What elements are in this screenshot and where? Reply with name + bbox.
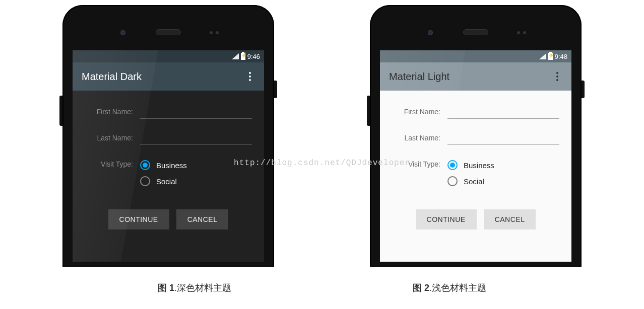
phone-light: 9:48 Material Light First Name: Last Nam… bbox=[370, 5, 582, 267]
first-name-row: First Name: bbox=[85, 105, 252, 119]
visit-type-label: Visit Type: bbox=[85, 157, 140, 168]
visit-type-radio-group: Business Social bbox=[447, 157, 559, 189]
cancel-button[interactable]: CANCEL bbox=[484, 209, 536, 229]
radio-business-label: Business bbox=[464, 161, 494, 170]
radio-business[interactable]: Business bbox=[447, 157, 559, 173]
appbar-light: Material Light bbox=[380, 62, 571, 91]
overflow-menu-icon[interactable] bbox=[245, 68, 255, 85]
overflow-menu-icon[interactable] bbox=[552, 68, 562, 85]
button-row-dark: CONTINUE CANCEL bbox=[85, 209, 252, 229]
continue-button[interactable]: CONTINUE bbox=[108, 209, 169, 229]
first-name-input[interactable] bbox=[447, 105, 559, 119]
radio-unchecked-icon bbox=[140, 176, 150, 186]
first-name-row: First Name: bbox=[392, 105, 559, 119]
captions-row: 图 1.深色材料主题 图 2.浅色材料主题 bbox=[0, 282, 644, 294]
form-light: First Name: Last Name: Visit Type: Busin… bbox=[380, 91, 571, 229]
first-name-input[interactable] bbox=[140, 105, 252, 119]
radio-social-label: Social bbox=[464, 177, 484, 186]
cancel-button[interactable]: CANCEL bbox=[176, 209, 229, 229]
signal-icon bbox=[539, 53, 546, 59]
phone-dark: 9:46 Material Dark First Name: Last Name… bbox=[62, 5, 274, 267]
statusbar-light: 9:48 bbox=[380, 50, 571, 62]
status-time: 9:46 bbox=[247, 53, 260, 60]
signal-icon bbox=[232, 53, 239, 59]
radio-social[interactable]: Social bbox=[447, 173, 559, 189]
battery-icon bbox=[548, 53, 553, 60]
last-name-row: Last Name: bbox=[85, 131, 252, 145]
battery-icon bbox=[241, 53, 245, 60]
radio-unchecked-icon bbox=[447, 176, 458, 186]
phone-top-light bbox=[375, 10, 576, 50]
camera-icon bbox=[428, 30, 433, 35]
caption-fig1-text: .深色材料主题 bbox=[174, 283, 231, 293]
last-name-input[interactable] bbox=[140, 131, 252, 145]
caption-fig2-prefix: 图 2 bbox=[413, 283, 429, 293]
appbar-title: Material Dark bbox=[82, 71, 142, 83]
screen-light: 9:48 Material Light First Name: Last Nam… bbox=[380, 50, 571, 262]
visit-type-row: Visit Type: Business Social bbox=[392, 157, 559, 189]
first-name-label: First Name: bbox=[392, 108, 447, 116]
appbar-title: Material Light bbox=[389, 71, 449, 83]
visit-type-radio-group: Business Social bbox=[140, 157, 252, 189]
first-name-label: First Name: bbox=[85, 108, 140, 116]
speaker-icon bbox=[156, 29, 181, 35]
appbar-dark: Material Dark bbox=[73, 62, 264, 91]
screen-dark: 9:46 Material Dark First Name: Last Name… bbox=[73, 50, 264, 262]
radio-checked-icon bbox=[140, 160, 150, 170]
radio-checked-icon bbox=[447, 160, 458, 170]
radio-social-label: Social bbox=[156, 177, 177, 186]
last-name-label: Last Name: bbox=[392, 134, 447, 142]
radio-business[interactable]: Business bbox=[140, 157, 252, 173]
phones-row: 9:46 Material Dark First Name: Last Name… bbox=[0, 0, 644, 267]
caption-fig2: 图 2.浅色材料主题 bbox=[413, 282, 486, 294]
continue-button[interactable]: CONTINUE bbox=[416, 209, 477, 229]
last-name-input[interactable] bbox=[447, 131, 559, 145]
radio-social[interactable]: Social bbox=[140, 173, 252, 189]
statusbar-dark: 9:46 bbox=[73, 50, 264, 62]
caption-fig2-text: .浅色材料主题 bbox=[429, 283, 486, 293]
button-row-light: CONTINUE CANCEL bbox=[392, 209, 559, 229]
camera-icon bbox=[120, 30, 125, 35]
status-time: 9:48 bbox=[555, 53, 567, 60]
phone-top-dark bbox=[68, 10, 269, 50]
caption-fig1: 图 1.深色材料主题 bbox=[158, 282, 231, 294]
visit-type-label: Visit Type: bbox=[392, 157, 447, 168]
last-name-label: Last Name: bbox=[85, 134, 140, 142]
caption-fig1-prefix: 图 1 bbox=[158, 283, 174, 293]
radio-business-label: Business bbox=[156, 161, 187, 170]
sensors-icon bbox=[210, 31, 219, 34]
form-dark: First Name: Last Name: Visit Type: Busin… bbox=[73, 91, 264, 229]
visit-type-row: Visit Type: Business Social bbox=[85, 157, 252, 189]
sensors-icon bbox=[517, 31, 526, 34]
last-name-row: Last Name: bbox=[392, 131, 559, 145]
speaker-icon bbox=[463, 29, 488, 35]
